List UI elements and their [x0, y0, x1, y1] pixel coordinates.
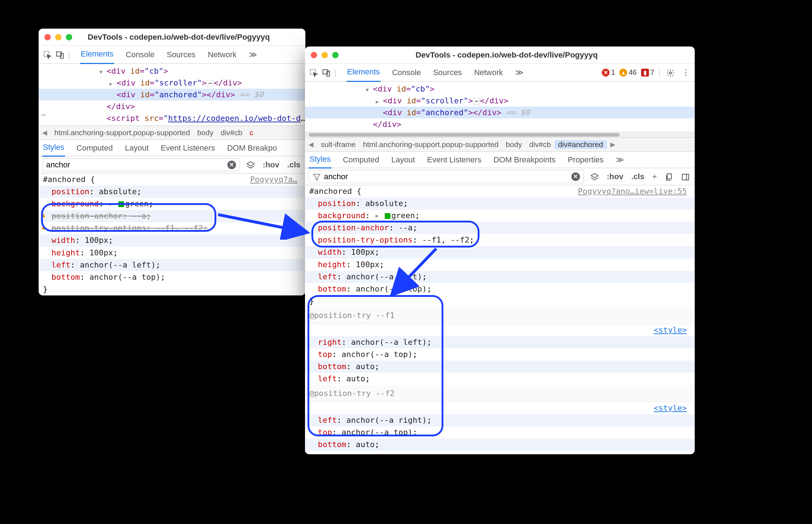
styles-subtabs: Styles Computed Layout Event Listeners D…: [39, 140, 305, 156]
crumb-html[interactable]: html.anchoring-support.popup-supported: [359, 140, 502, 149]
cls-button[interactable]: .cls: [286, 160, 302, 170]
layers-icon[interactable]: [245, 160, 256, 169]
more-tabs-icon[interactable]: ≫: [515, 64, 524, 82]
subtab-dombreak[interactable]: DOM Breakpoints: [493, 152, 556, 168]
tab-elements[interactable]: Elements: [346, 63, 381, 82]
crumb-cb[interactable]: div#cb: [217, 128, 246, 137]
tab-elements[interactable]: Elements: [80, 45, 114, 64]
more-tabs-icon[interactable]: ≫: [248, 46, 258, 64]
violations-badge[interactable]: ▮7: [641, 68, 654, 77]
subtab-properties[interactable]: Properties: [567, 152, 604, 168]
subtab-layout[interactable]: Layout: [390, 152, 415, 168]
subtab-computed[interactable]: Computed: [342, 152, 380, 168]
crumb-cb[interactable]: div#cb: [526, 140, 555, 149]
plus-icon[interactable]: +: [651, 172, 658, 181]
subtab-dombreak[interactable]: DOM Breakpo: [226, 140, 277, 156]
color-swatch[interactable]: [118, 201, 124, 207]
tab-console[interactable]: Console: [391, 64, 422, 82]
source-link[interactable]: Pogyyyq?ano…iew=live:55: [578, 185, 690, 197]
filter-input-wrap: ✕: [309, 170, 584, 183]
tab-sources[interactable]: Sources: [432, 64, 463, 82]
titlebar: DevTools - codepen.io/web-dot-dev/live/P…: [39, 29, 305, 46]
subtab-layout[interactable]: Layout: [124, 140, 149, 156]
kebab-icon[interactable]: ⋮: [680, 68, 691, 77]
filter-input[interactable]: [46, 160, 225, 170]
panel-icon[interactable]: [680, 172, 691, 181]
breadcrumb[interactable]: ◀ html.anchoring-support.popup-supported…: [39, 126, 305, 140]
clear-filter-icon[interactable]: ✕: [227, 161, 236, 169]
device-toggle-icon[interactable]: [55, 50, 65, 60]
subtab-computed[interactable]: Computed: [76, 140, 114, 156]
tab-network[interactable]: Network: [207, 46, 237, 64]
warnings-badge[interactable]: ▲46: [619, 68, 636, 77]
subtab-styles[interactable]: Styles: [42, 139, 65, 157]
clear-filter-icon[interactable]: ✕: [571, 172, 580, 181]
styles-subtabs: Styles Computed Layout Event Listeners D…: [305, 152, 695, 168]
maximize-icon[interactable]: [66, 34, 72, 40]
svg-point-6: [669, 72, 671, 74]
devtools-toolbar: | Elements Console Sources Network ≫ ✕1 …: [305, 64, 695, 82]
elements-panel[interactable]: <div id="cb"> <div id="scroller">⋯</div>…: [39, 64, 305, 126]
crumb-right-arrow[interactable]: ▶: [607, 141, 619, 148]
maximize-icon[interactable]: [332, 52, 339, 58]
breadcrumb[interactable]: ◀ sult-iframe html.anchoring-support.pop…: [305, 137, 695, 152]
gear-icon[interactable]: [665, 68, 676, 77]
hov-button[interactable]: :hov: [261, 160, 281, 170]
position-try-header: @position-try --f1: [305, 307, 695, 324]
device-toggle-icon[interactable]: [321, 68, 331, 78]
hov-button[interactable]: :hov: [605, 172, 625, 181]
svg-rect-7: [667, 174, 671, 179]
elements-panel[interactable]: <div id="cb"> <div id="scroller">⋯</div>…: [305, 82, 695, 132]
funnel-icon: [313, 172, 321, 181]
crumb-body[interactable]: body: [502, 140, 526, 149]
minimize-icon[interactable]: [55, 34, 61, 40]
cls-button[interactable]: .cls: [630, 172, 646, 181]
warning-icon: ▲: [41, 222, 45, 232]
subtab-styles[interactable]: Styles: [309, 151, 331, 168]
tab-network[interactable]: Network: [473, 64, 504, 82]
tab-sources[interactable]: Sources: [166, 46, 196, 64]
tab-console[interactable]: Console: [125, 46, 155, 64]
titlebar: DevTools - codepen.io/web-dot-dev/live/P…: [305, 46, 695, 64]
selected-element[interactable]: <div id="anchored"></div> == $0: [305, 107, 695, 118]
crumb-iframe[interactable]: sult-iframe: [317, 140, 359, 149]
more-subtabs-icon[interactable]: ≫: [615, 152, 625, 168]
subtab-listeners[interactable]: Event Listeners: [160, 140, 216, 156]
close-icon[interactable]: [311, 52, 317, 58]
close-icon[interactable]: [44, 34, 51, 40]
minimize-icon[interactable]: [321, 52, 328, 58]
crumb-left-arrow[interactable]: ◀: [305, 141, 317, 148]
crumb-body[interactable]: body: [193, 128, 217, 137]
crumb-left-arrow[interactable]: ◀: [39, 129, 51, 137]
window-title: DevTools - codepen.io/web-dot-dev/live/P…: [79, 33, 278, 42]
crumb-html[interactable]: html.anchoring-support.popup-supported: [51, 128, 193, 137]
inspect-icon[interactable]: [42, 50, 52, 60]
layers-icon[interactable]: [589, 172, 600, 181]
styles-panel[interactable]: Pogyyyq?ano…iew=live:55#anchored { posit…: [305, 185, 695, 454]
copy-icon[interactable]: [663, 172, 675, 181]
subtab-listeners[interactable]: Event Listeners: [427, 152, 482, 168]
styles-panel[interactable]: Pogyyyq?a…#anchored { position: absolute…: [39, 173, 305, 295]
overflow-indicator: ⋯: [41, 109, 46, 120]
selected-element[interactable]: <div id="anchored"></div> == $0: [39, 89, 305, 101]
errors-badge[interactable]: ✕1: [602, 68, 615, 77]
position-try-header: @position-try --f2: [305, 385, 695, 402]
source-link[interactable]: Pogyyyq?a…: [250, 173, 301, 186]
svg-rect-8: [682, 174, 689, 180]
filter-input[interactable]: [324, 172, 569, 181]
source-link[interactable]: <style>: [654, 324, 690, 336]
source-link[interactable]: <style>: [654, 402, 690, 414]
color-swatch[interactable]: [385, 213, 390, 219]
warning-icon: ▲: [41, 210, 45, 220]
horizontal-scrollbar[interactable]: [305, 132, 695, 137]
inspect-icon[interactable]: [309, 68, 319, 78]
crumb-anchored[interactable]: div#anchored: [555, 140, 607, 149]
filter-input-wrap: ✕: [42, 158, 240, 171]
devtools-toolbar: | Elements Console Sources Network ≫: [39, 46, 305, 64]
window-title: DevTools - codepen.io/web-dot-dev/live/P…: [346, 50, 668, 60]
